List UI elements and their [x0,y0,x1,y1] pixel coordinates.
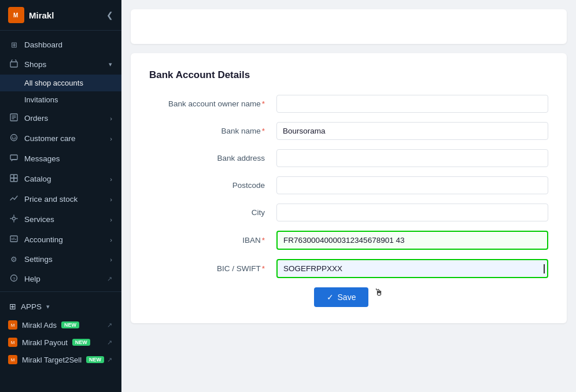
form-row-bic-swift: BIC / SWIFT* [149,259,548,278]
main-content: Bank Account Details Bank account owner … [121,0,576,392]
postcode-input[interactable] [276,176,548,194]
iban-wrapper [276,231,548,250]
mirakl-ads-external-icon: ↗ [107,321,112,329]
city-label: City [149,208,276,217]
settings-icon: ⚙ [9,255,19,264]
svg-rect-13 [10,178,14,182]
sidebar-nav: ⊞ Dashboard Shops ▾ All shop accounts In… [0,31,121,392]
mirakl-ads-icon: M [8,320,17,330]
svg-rect-2 [10,62,17,67]
svg-text:?: ? [13,276,16,282]
sidebar-item-price-and-stock[interactable]: Price and stock › [0,189,121,209]
sidebar-item-mirakl-ads[interactable]: M Mirakl Ads New ↗ [0,316,121,334]
bic-swift-input[interactable] [278,260,544,277]
bank-name-input[interactable] [276,122,548,140]
customer-care-icon [9,134,19,143]
shops-icon [9,60,19,69]
svg-rect-14 [14,178,17,182]
catalog-label: Catalog [24,175,51,183]
apps-title: APPS [21,302,42,311]
orders-icon [9,113,19,123]
sidebar-subitem-invitations[interactable]: Invitations [0,91,121,108]
mirakl-ads-label: Mirakl Ads [22,321,57,330]
catalog-icon [9,174,19,184]
iban-required: * [262,236,265,245]
top-card [131,9,567,44]
price-stock-icon [9,194,19,204]
sidebar-item-settings[interactable]: ⚙ Settings › [0,250,121,269]
bank-account-details-card: Bank Account Details Bank account owner … [131,53,567,323]
invitations-label: Invitations [24,95,58,104]
owner-name-required: * [262,99,265,108]
svg-rect-11 [10,175,14,178]
price-stock-label: Price and stock [24,195,77,204]
all-shop-accounts-label: All shop accounts [24,79,83,87]
sidebar-header: M Mirakl ❮ [0,0,121,31]
form-row-city: City [149,204,548,221]
mirakl-payout-label: Mirakl Payout [22,338,68,347]
save-checkmark-icon: ✓ [327,293,334,302]
iban-input[interactable] [278,232,547,249]
form-row-postcode: Postcode [149,176,548,194]
help-label: Help [24,275,40,283]
accounting-chevron-icon: › [110,236,112,243]
sidebar-item-messages[interactable]: Messages [0,149,121,169]
messages-icon [9,154,19,164]
shops-chevron-icon: ▾ [109,61,112,68]
mirakl-target2sell-external-icon: ↗ [107,356,112,364]
svg-rect-12 [14,175,17,178]
logo-icon: M [8,7,24,23]
apps-chevron-icon: ▾ [46,303,50,310]
sidebar-item-services[interactable]: Services › [0,209,121,230]
customer-care-label: Customer care [24,134,76,143]
sidebar-subitem-all-shop-accounts[interactable]: All shop accounts [0,75,121,91]
owner-name-label: Bank account owner name* [149,99,276,108]
button-row: ✓ Save 🖱 [149,287,548,307]
bank-address-label: Bank address [149,154,276,162]
bic-swift-label: BIC / SWIFT* [149,264,276,273]
orders-chevron-icon: › [110,115,112,122]
svg-point-9 [14,136,16,138]
services-label: Services [24,215,54,224]
section-title: Bank Account Details [149,69,548,81]
services-chevron-icon: › [110,216,112,223]
city-input[interactable] [276,204,548,221]
shops-label: Shops [24,60,46,69]
mirakl-payout-external-icon: ↗ [107,339,112,346]
bank-address-input[interactable] [276,149,548,167]
sidebar-item-orders[interactable]: Orders › [0,108,121,128]
help-external-icon: ↗ [107,275,112,283]
owner-name-input[interactable] [276,95,548,113]
mouse-cursor: 🖱 [374,287,383,307]
sidebar-item-mirakl-payout[interactable]: M Mirakl Payout New ↗ [0,334,121,351]
sidebar-item-help[interactable]: ? Help ↗ [0,269,121,289]
sidebar-item-mirakl-target2sell[interactable]: M Mirakl Target2Sell New ↗ [0,351,121,368]
sidebar-item-customer-care[interactable]: Customer care › [0,128,121,149]
sidebar-logo: M Mirakl [8,7,54,23]
sidebar-item-dashboard[interactable]: ⊞ Dashboard [0,35,121,54]
help-icon: ? [9,274,19,284]
svg-point-7 [11,135,17,141]
apps-header[interactable]: ⊞ APPS ▾ [0,297,121,316]
sidebar-item-catalog[interactable]: Catalog › [0,169,121,189]
messages-label: Messages [24,154,60,163]
bic-required: * [262,264,265,273]
apps-label: ⊞ [9,302,16,311]
save-button[interactable]: ✓ Save [314,287,369,307]
svg-point-15 [13,217,16,220]
form-row-owner-name: Bank account owner name* [149,95,548,113]
svg-text:M: M [13,12,18,19]
sidebar-item-accounting[interactable]: Accounting › [0,230,121,250]
form-row-bank-address: Bank address [149,149,548,167]
app-title: Mirakl [29,10,54,20]
mirakl-payout-icon: M [8,338,17,347]
catalog-chevron-icon: › [110,176,112,183]
iban-label: IBAN* [149,236,276,245]
orders-label: Orders [24,114,48,123]
price-stock-chevron-icon: › [110,196,112,203]
bank-name-required: * [262,127,265,135]
bic-wrapper [276,259,548,278]
sidebar-collapse-button[interactable]: ❮ [106,10,113,20]
customer-care-chevron-icon: › [110,135,112,142]
sidebar-item-shops[interactable]: Shops ▾ [0,54,121,75]
